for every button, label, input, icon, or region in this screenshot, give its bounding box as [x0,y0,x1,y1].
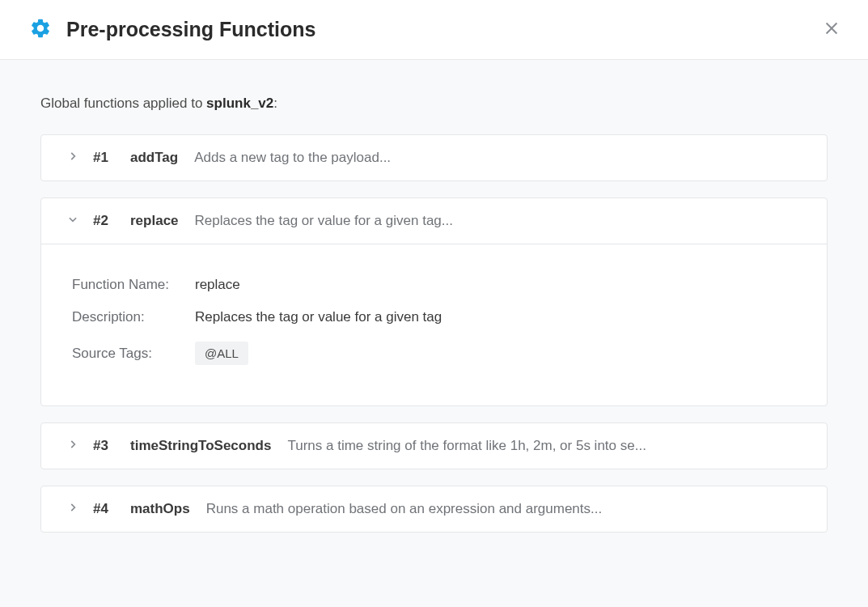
header-left-group: Pre-processing Functions [29,17,315,43]
detail-row-function-name: Function Name: replace [72,277,796,293]
source-tag-pill: @ALL [195,342,248,365]
function-summary: Runs a math operation based on an expres… [206,501,603,517]
function-name: addTag [130,150,178,166]
function-card: #3 timeStringToSeconds Turns a time stri… [40,422,828,469]
function-summary: Adds a new tag to the payload... [194,150,391,166]
chevron-right-icon [67,151,78,165]
function-details: Function Name: replace Description: Repl… [41,244,827,405]
detail-label: Source Tags: [72,346,184,362]
function-header-mathops[interactable]: #4 mathOps Runs a math operation based o… [41,486,827,532]
intro-prefix: Global functions applied to [40,96,206,111]
intro-target: splunk_v2 [206,96,273,111]
detail-row-description: Description: Replaces the tag or value f… [72,309,796,325]
chevron-right-icon [67,502,78,516]
function-header-addtag[interactable]: #1 addTag Adds a new tag to the payload.… [41,135,827,180]
function-summary: Replaces the tag or value for a given ta… [195,213,453,229]
function-card: #1 addTag Adds a new tag to the payload.… [40,134,828,181]
function-header-timestringtoseconds[interactable]: #3 timeStringToSeconds Turns a time stri… [41,423,827,469]
modal-content: Global functions applied to splunk_v2: #… [0,60,868,565]
function-name: timeStringToSeconds [130,438,271,454]
modal-header: Pre-processing Functions [0,0,868,60]
detail-value-function-name: replace [195,277,240,293]
detail-row-source-tags: Source Tags: @ALL [72,342,796,365]
detail-label: Description: [72,309,184,325]
function-summary: Turns a time string of the format like 1… [287,438,646,454]
detail-value-description: Replaces the tag or value for a given ta… [195,309,442,325]
function-card: #4 mathOps Runs a math operation based o… [40,486,828,533]
function-index: #3 [93,438,116,454]
function-name: replace [130,213,179,229]
function-index: #4 [93,501,116,517]
intro-suffix: : [273,96,277,111]
close-button[interactable] [819,16,844,43]
function-name: mathOps [130,501,190,517]
chevron-down-icon [67,214,78,228]
page-title: Pre-processing Functions [66,18,315,41]
gear-icon [29,17,52,43]
close-icon [823,19,840,40]
function-index: #1 [93,150,116,166]
detail-label: Function Name: [72,277,184,293]
function-header-replace[interactable]: #2 replace Replaces the tag or value for… [41,198,827,244]
function-index: #2 [93,213,116,229]
function-card: #2 replace Replaces the tag or value for… [40,197,828,406]
chevron-right-icon [67,439,78,453]
intro-text: Global functions applied to splunk_v2: [40,96,828,112]
